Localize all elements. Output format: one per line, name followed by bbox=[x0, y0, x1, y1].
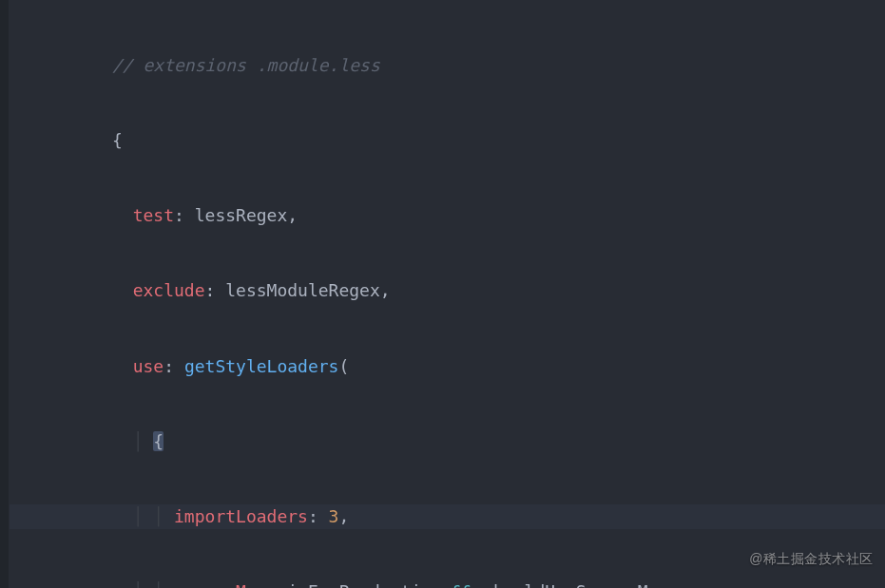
identifier: lessModuleRegex bbox=[225, 280, 380, 300]
code-line: exclude: lessModuleRegex, bbox=[10, 278, 885, 303]
number-literal: 3 bbox=[329, 506, 339, 526]
identifier: shouldUseSourceMap bbox=[483, 581, 668, 588]
code-editor[interactable]: // extensions .module.less { test: lessR… bbox=[0, 0, 885, 588]
code-line: test: lessRegex, bbox=[10, 203, 885, 228]
property-key: sourceMap bbox=[174, 581, 267, 588]
property-key: exclude bbox=[133, 280, 205, 300]
watermark: @稀土掘金技术社区 bbox=[749, 546, 874, 571]
function-call: getStyleLoaders bbox=[184, 356, 339, 376]
code-line: use: getStyleLoaders( bbox=[10, 354, 885, 379]
property-key: importLoaders bbox=[174, 506, 308, 526]
property-key: test bbox=[133, 205, 174, 225]
comment: // extensions .module.less bbox=[112, 55, 380, 75]
code-line: │ │ sourceMap: isEnvProduction && should… bbox=[10, 579, 885, 588]
identifier: lessRegex bbox=[195, 205, 288, 225]
code-line: // extensions .module.less bbox=[10, 53, 885, 78]
bracket-match: { bbox=[153, 431, 164, 451]
code-line: │ { bbox=[10, 429, 885, 454]
property-key: use bbox=[133, 356, 164, 376]
code-line: │ │ importLoaders: 3, bbox=[10, 504, 885, 529]
operator: && bbox=[452, 581, 473, 588]
identifier: isEnvProduction bbox=[287, 581, 442, 588]
code-line: { bbox=[10, 128, 885, 153]
